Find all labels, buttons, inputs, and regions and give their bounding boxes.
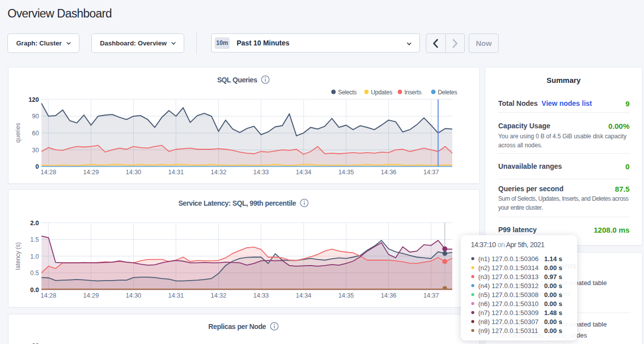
svg-text:14:35: 14:35 xyxy=(338,169,354,176)
svg-text:14:28: 14:28 xyxy=(40,292,56,299)
svg-text:0.5: 0.5 xyxy=(30,270,39,277)
svg-text:14:33: 14:33 xyxy=(253,292,269,299)
svg-text:0: 0 xyxy=(35,163,39,170)
svg-text:Deletes: Deletes xyxy=(438,89,457,96)
svg-text:30: 30 xyxy=(32,147,39,154)
svg-text:Inserts: Inserts xyxy=(404,89,421,96)
svg-text:120: 120 xyxy=(28,96,39,103)
svg-text:14:28: 14:28 xyxy=(40,169,56,176)
svg-text:14:37: 14:37 xyxy=(423,292,439,299)
svg-text:14:32: 14:32 xyxy=(211,292,226,299)
svg-text:14:32: 14:32 xyxy=(211,169,226,176)
svg-text:14:29: 14:29 xyxy=(83,169,99,176)
svg-text:14:31: 14:31 xyxy=(168,169,184,176)
svg-text:14:31: 14:31 xyxy=(168,292,184,299)
svg-text:0.0: 0.0 xyxy=(30,287,39,294)
svg-text:14:30: 14:30 xyxy=(126,169,141,176)
svg-text:60: 60 xyxy=(32,130,39,137)
svg-text:1.5: 1.5 xyxy=(30,236,39,243)
svg-text:14:36: 14:36 xyxy=(381,169,396,176)
svg-text:14:29: 14:29 xyxy=(83,292,99,299)
svg-text:2.0: 2.0 xyxy=(30,220,39,227)
svg-text:queries: queries xyxy=(14,123,21,142)
svg-text:Updates: Updates xyxy=(371,89,392,96)
svg-text:latency (s): latency (s) xyxy=(14,242,21,270)
svg-text:14:33: 14:33 xyxy=(253,169,269,176)
svg-text:14:30: 14:30 xyxy=(126,292,141,299)
svg-text:30: 30 xyxy=(32,343,39,344)
svg-text:14:35: 14:35 xyxy=(338,292,354,299)
svg-text:Selects: Selects xyxy=(338,89,357,96)
svg-text:1.0: 1.0 xyxy=(30,253,39,260)
svg-text:14:36: 14:36 xyxy=(381,292,396,299)
svg-text:14:37: 14:37 xyxy=(423,169,439,176)
svg-text:14:34: 14:34 xyxy=(296,292,311,299)
svg-text:14:34: 14:34 xyxy=(296,169,311,176)
svg-text:90: 90 xyxy=(32,113,39,120)
